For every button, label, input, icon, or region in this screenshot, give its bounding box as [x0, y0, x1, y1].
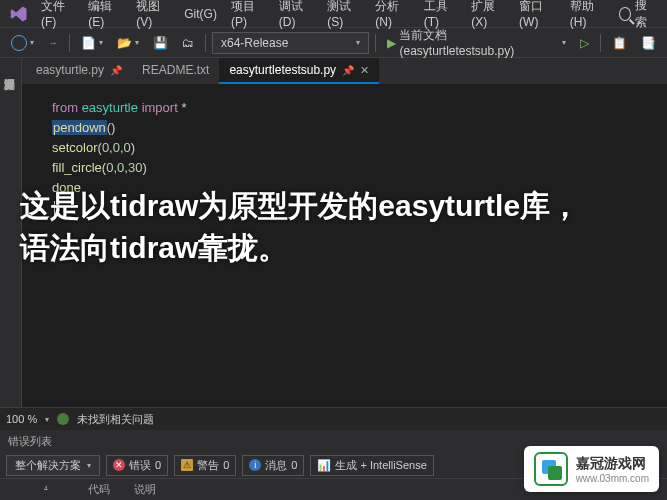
overlay-line1: 这是以tidraw为原型开发的easyturtle库， [20, 185, 580, 227]
status-ok-icon [57, 413, 69, 425]
overlay-caption: 这是以tidraw为原型开发的easyturtle库， 语法向tidraw靠拢。 [20, 185, 580, 269]
pin-icon[interactable]: 📌 [342, 65, 354, 76]
filter-build[interactable]: 📊生成 + IntelliSense [310, 455, 433, 476]
tab-readme[interactable]: README.txt [132, 58, 219, 84]
save-all-button[interactable]: 🗂 [177, 33, 199, 53]
col-code[interactable]: 代码 [88, 482, 110, 497]
col-desc[interactable]: 说明 [134, 482, 156, 497]
tab-label: README.txt [142, 63, 209, 77]
global-search[interactable]: 搜索 [611, 0, 663, 31]
menu-git[interactable]: Git(G) [177, 3, 224, 25]
open-file-button[interactable]: 📂▾ [112, 33, 144, 53]
menu-test[interactable]: 测试(S) [320, 0, 368, 33]
config-label: x64-Release [221, 36, 288, 50]
toolbar-icon-1[interactable]: 📋 [607, 33, 632, 53]
watermark-url: www.03mm.com [576, 473, 649, 484]
menu-debug[interactable]: 调试(D) [272, 0, 321, 33]
pin-icon[interactable]: 📌 [110, 65, 122, 76]
menu-file[interactable]: 文件(F) [34, 0, 81, 33]
toolbar: ▾ → 📄▾ 📂▾ 💾 🗂 x64-Release ▾ ▶ 当前文档(easyt… [0, 28, 667, 58]
debug-step-button[interactable]: ▷ [575, 33, 594, 53]
vs-logo-icon [10, 4, 28, 24]
watermark-name: 嘉冠游戏网 [576, 455, 649, 473]
menu-project[interactable]: 项目(P) [224, 0, 272, 33]
status-bar: 100 % ▾ 未找到相关问题 [0, 408, 667, 430]
overlay-line2: 语法向tidraw靠拢。 [20, 227, 580, 269]
menu-edit[interactable]: 编辑(E) [81, 0, 129, 33]
watermark-logo-icon [534, 452, 568, 486]
nav-fwd-button[interactable]: → [43, 34, 63, 51]
tab-label: easyturtle.py [36, 63, 104, 77]
zoom-level[interactable]: 100 % [6, 413, 37, 425]
toolbar-icon-2[interactable]: 📑 [636, 33, 661, 53]
search-icon [619, 7, 631, 21]
play-icon: ▶ [387, 36, 396, 50]
config-dropdown[interactable]: x64-Release ▾ [212, 32, 370, 54]
filter-warnings[interactable]: ⚠警告 0 [174, 455, 236, 476]
chevron-down-icon: ▾ [356, 38, 360, 47]
menu-view[interactable]: 视图(V) [129, 0, 177, 33]
new-item-button[interactable]: 📄▾ [76, 33, 108, 53]
error-scope-dropdown[interactable]: 整个解决方案▾ [6, 455, 100, 476]
tab-testsub[interactable]: easyturtletestsub.py 📌 ✕ [219, 58, 379, 84]
editor-tabs: easyturtle.py 📌 README.txt easyturtletes… [22, 58, 667, 84]
start-debug-button[interactable]: ▶ 当前文档(easyturtletestsub.py) ▾ [382, 24, 571, 61]
filter-messages[interactable]: i消息 0 [242, 455, 304, 476]
status-msg: 未找到相关问题 [77, 412, 154, 427]
nav-back-button[interactable]: ▾ [6, 32, 39, 54]
filter-errors[interactable]: ✕错误 0 [106, 455, 168, 476]
watermark: 嘉冠游戏网 www.03mm.com [524, 446, 659, 492]
search-label: 搜索 [635, 0, 655, 31]
close-icon[interactable]: ✕ [360, 64, 369, 77]
save-button[interactable]: 💾 [148, 33, 173, 53]
sidebar-tab-solution[interactable]: 解决方案资源管理器 [0, 62, 19, 78]
debug-target-label: 当前文档(easyturtletestsub.py) [399, 27, 559, 58]
tab-label: easyturtletestsub.py [229, 63, 336, 77]
tab-easyturtle[interactable]: easyturtle.py 📌 [26, 58, 132, 84]
